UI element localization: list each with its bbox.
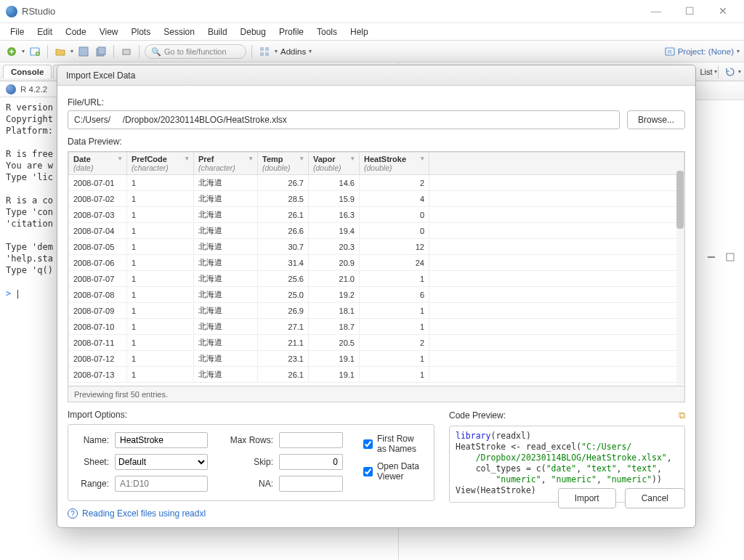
new-project-icon[interactable]: [28, 44, 42, 59]
menu-bar: FileEditCodeViewPlotsSessionBuildDebugPr…: [0, 23, 744, 41]
column-header-heatstroke[interactable]: HeatStroke▾(double): [360, 153, 429, 175]
maximize-lower-pane-icon[interactable]: [722, 250, 738, 264]
maxrows-input[interactable]: [279, 432, 343, 448]
svg-rect-3: [79, 47, 88, 56]
table-row[interactable]: 2008-07-071北海道25.621.01: [69, 271, 684, 287]
rstudio-logo-icon: [6, 6, 17, 17]
table-row[interactable]: 2008-07-111北海道21.120.52: [69, 335, 684, 351]
open-data-viewer-checkbox[interactable]: Open Data Viewer: [363, 461, 425, 482]
tab-console[interactable]: Console: [3, 65, 52, 78]
menu-help[interactable]: Help: [344, 25, 374, 38]
table-row[interactable]: 2008-07-021北海道28.515.94: [69, 191, 684, 207]
range-label: Range:: [77, 479, 109, 489]
column-header-prefcode[interactable]: PrefCode▾(character): [127, 153, 194, 175]
svg-rect-8: [265, 47, 269, 51]
column-header-date[interactable]: Date▾(date): [69, 153, 127, 175]
menu-file[interactable]: File: [4, 25, 30, 38]
preview-scrollbar[interactable]: [676, 171, 684, 385]
table-row[interactable]: 2008-07-101北海道27.118.71: [69, 319, 684, 335]
dialog-title: Import Excel Data: [57, 65, 695, 86]
menu-code[interactable]: Code: [60, 25, 92, 38]
column-header-temp[interactable]: Temp▾(double): [258, 153, 309, 175]
table-row[interactable]: 2008-07-061北海道31.420.924: [69, 255, 684, 271]
maximize-button[interactable]: ☐: [674, 2, 705, 21]
svg-rect-16: [727, 253, 734, 261]
table-row[interactable]: 2008-07-031北海道26.116.30: [69, 207, 684, 223]
menu-build[interactable]: Build: [202, 25, 233, 38]
name-input[interactable]: [115, 432, 208, 448]
table-row[interactable]: 2008-07-051北海道30.720.312: [69, 239, 684, 255]
project-icon: R: [665, 46, 675, 57]
table-row[interactable]: 2008-07-131北海道26.119.11: [69, 367, 684, 383]
svg-text:R: R: [668, 49, 672, 55]
column-header-pref[interactable]: Pref▾(character): [194, 153, 258, 175]
save-all-icon[interactable]: [94, 44, 108, 59]
column-header-vapor[interactable]: Vapor▾(double): [309, 153, 360, 175]
maxrows-label: Max Rows:: [228, 435, 273, 445]
import-options-label: Import Options:: [68, 410, 434, 420]
table-row[interactable]: 2008-07-091北海道26.918.11: [69, 303, 684, 319]
menu-tools[interactable]: Tools: [311, 25, 343, 38]
menu-view[interactable]: View: [94, 25, 124, 38]
print-icon[interactable]: [119, 44, 134, 59]
r-logo-icon: [6, 84, 16, 94]
list-view-select[interactable]: List ▾: [700, 65, 716, 79]
minimize-button[interactable]: —: [641, 2, 671, 21]
open-file-icon[interactable]: [53, 44, 68, 59]
table-row[interactable]: 2008-07-121北海道23.119.11: [69, 351, 684, 367]
name-label: Name:: [77, 435, 109, 445]
preview-footer: Previewing first 50 entries.: [68, 386, 685, 402]
project-label[interactable]: Project: (None): [678, 47, 734, 56]
sheet-select[interactable]: Default: [115, 454, 208, 470]
minimize-lower-pane-icon[interactable]: [703, 250, 719, 264]
menu-session[interactable]: Session: [158, 25, 201, 38]
close-button[interactable]: ✕: [708, 2, 738, 21]
browse-button[interactable]: Browse...: [627, 110, 685, 129]
r-version-label: R 4.2.2: [20, 85, 47, 94]
menu-plots[interactable]: Plots: [126, 25, 157, 38]
first-row-names-checkbox[interactable]: First Row as Names: [363, 434, 425, 454]
menu-debug[interactable]: Debug: [235, 25, 272, 38]
data-preview-label: Data Preview:: [68, 137, 685, 147]
import-excel-dialog: Import Excel Data File/URL: Browse... Da…: [57, 65, 696, 528]
svg-rect-5: [98, 47, 105, 54]
main-toolbar: ▾ ▾ 🔍Go to file/function ▾ Addins ▾ R Pr…: [0, 41, 744, 62]
import-options-box: Name: Sheet:Default Range: Max Rows: Ski…: [68, 424, 434, 501]
help-icon: ?: [68, 508, 78, 519]
cancel-button[interactable]: Cancel: [625, 488, 685, 508]
svg-rect-6: [123, 49, 130, 54]
svg-rect-7: [260, 47, 264, 51]
menu-profile[interactable]: Profile: [273, 25, 310, 38]
save-icon[interactable]: [76, 44, 91, 59]
grid-icon[interactable]: [257, 44, 272, 59]
help-link[interactable]: ?Reading Excel files using readxl: [68, 508, 434, 519]
import-button[interactable]: Import: [558, 488, 616, 508]
file-url-input[interactable]: [68, 110, 620, 129]
svg-rect-10: [265, 52, 269, 56]
file-url-label: File/URL:: [68, 97, 685, 107]
window-controls: — ☐ ✕: [641, 2, 738, 21]
table-row[interactable]: 2008-07-041北海道26.619.40: [69, 223, 684, 239]
table-row[interactable]: 2008-07-011北海道26.714.62: [69, 175, 684, 191]
na-label: NA:: [228, 479, 273, 489]
skip-input[interactable]: [279, 454, 343, 470]
svg-rect-9: [260, 52, 264, 56]
new-file-icon[interactable]: [4, 44, 19, 59]
range-input[interactable]: [115, 476, 208, 492]
svg-rect-15: [708, 256, 715, 258]
data-preview-table[interactable]: Date▾(date)PrefCode▾(character)Pref▾(cha…: [68, 151, 685, 386]
window-titlebar: RStudio — ☐ ✕: [0, 0, 744, 23]
refresh-icon[interactable]: [722, 65, 738, 79]
console-prompt: >: [6, 288, 11, 299]
menu-edit[interactable]: Edit: [31, 25, 58, 38]
skip-label: Skip:: [228, 457, 273, 467]
na-input[interactable]: [279, 476, 343, 492]
code-preview-label: Code Preview:: [449, 410, 506, 421]
copy-code-icon[interactable]: ⧉: [679, 410, 685, 421]
console-cursor: [17, 290, 18, 299]
addins-menu[interactable]: Addins ▾: [280, 47, 312, 56]
table-row[interactable]: 2008-07-081北海道25.019.26: [69, 287, 684, 303]
sheet-label: Sheet:: [77, 457, 109, 467]
window-title: RStudio: [22, 6, 641, 17]
go-to-file-input[interactable]: 🔍Go to file/function: [145, 44, 246, 59]
